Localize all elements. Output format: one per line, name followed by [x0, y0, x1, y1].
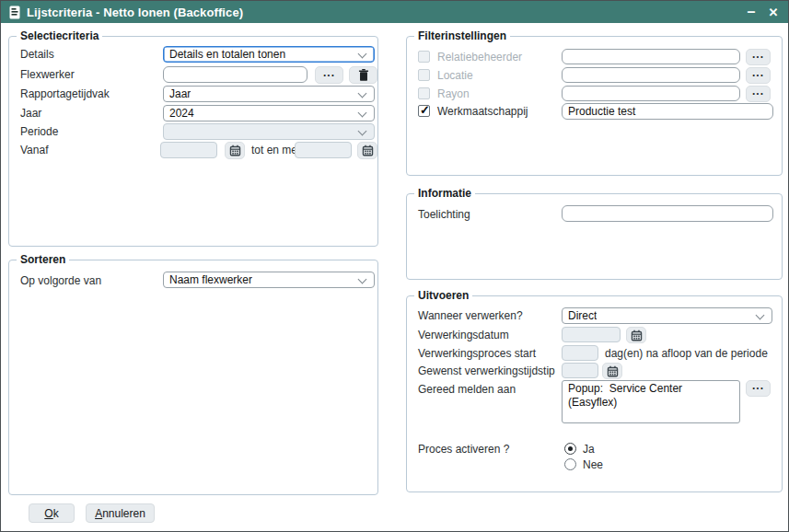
locatie-browse-button[interactable]: ...	[746, 67, 771, 84]
verwerkingsproces-start-suffix: dag(en) na afloop van de periode	[605, 345, 768, 362]
sorteren-group: Sorteren Op volgorde van Naam flexwerker	[8, 260, 378, 495]
trash-icon	[358, 69, 369, 81]
op-volgorde-van-select[interactable]: Naam flexwerker	[163, 272, 375, 288]
werkmaatschappij-checkbox[interactable]	[418, 105, 430, 117]
relatiebeheerder-input	[562, 49, 740, 64]
gewenst-verwerkingstijdstip-label: Gewenst verwerkingstijdstip	[418, 363, 555, 379]
verwerkingsdatum-label: Verwerkingsdatum	[418, 327, 509, 343]
document-icon	[9, 6, 20, 19]
flexwerker-browse-button[interactable]: ...	[315, 66, 343, 84]
proces-activeren-ja-label[interactable]: Ja	[583, 441, 595, 457]
details-select[interactable]: Details en totalen tonen	[163, 46, 375, 63]
gereed-melden-aan-browse-button[interactable]: ...	[746, 380, 771, 397]
dialog-window: Lijstcriteria - Netto lonen (Backoffice)…	[0, 0, 789, 532]
locatie-checkbox	[418, 69, 430, 81]
rayon-checkbox	[418, 87, 430, 99]
vanaf-from-input	[160, 142, 217, 158]
toelichting-input[interactable]	[562, 205, 773, 222]
annuleren-button-label: Annuleren	[95, 507, 145, 520]
gereed-melden-aan-box[interactable]: Popup: Service Center (Easyflex)	[562, 380, 740, 423]
jaar-label: Jaar	[20, 105, 41, 121]
flexwerker-label: Flexwerker	[20, 66, 75, 83]
rayon-browse-button[interactable]: ...	[746, 86, 771, 102]
flexwerker-clear-button[interactable]	[349, 66, 377, 84]
tot-en-met-label: tot en met	[251, 142, 300, 158]
calendar-icon	[362, 145, 374, 156]
verwerkingsdatum-calendar-button[interactable]	[626, 327, 646, 343]
informatie-group: Informatie Toelichting	[406, 193, 783, 280]
wanneer-verwerken-select[interactable]: Direct	[562, 307, 772, 324]
werkmaatschappij-label: Werkmaatschappij	[437, 103, 528, 120]
minimize-icon[interactable]: –	[740, 1, 762, 23]
verwerkingsproces-start-input	[562, 345, 598, 361]
op-volgorde-van-value: Naam flexwerker	[169, 273, 252, 286]
ellipsis-icon: ...	[752, 48, 764, 61]
proces-activeren-nee-label[interactable]: Nee	[583, 457, 603, 473]
ok-button[interactable]: Ok	[29, 503, 75, 523]
details-label: Details	[20, 46, 54, 63]
werkmaatschappij-input[interactable]	[562, 103, 773, 120]
uitvoeren-group: Uitvoeren Wanneer verwerken? Direct Verw…	[406, 295, 783, 492]
informatie-legend: Informatie	[414, 186, 475, 202]
uitvoeren-legend: Uitvoeren	[414, 288, 472, 304]
sorteren-legend: Sorteren	[17, 252, 69, 268]
ok-button-label: Ok	[44, 507, 58, 520]
proces-activeren-label: Proces activeren ?	[418, 441, 509, 457]
locatie-input	[562, 67, 740, 83]
verwerkingsdatum-input	[562, 327, 621, 342]
jaar-select[interactable]: 2024	[163, 105, 375, 121]
gewenst-verwerkingstijdstip-input	[562, 363, 598, 378]
relatiebeheerder-browse-button[interactable]: ...	[746, 49, 771, 65]
gewenst-verwerkingstijdstip-calendar-button[interactable]	[602, 363, 622, 379]
toelichting-label: Toelichting	[418, 206, 470, 223]
vanaf-from-calendar-button[interactable]	[225, 142, 245, 159]
annuleren-button[interactable]: Annuleren	[86, 503, 155, 523]
ellipsis-icon: ...	[752, 379, 764, 392]
filterinstellingen-group: Filterinstellingen Relatiebeheerder ... …	[406, 36, 783, 176]
periode-label: Periode	[20, 123, 58, 140]
wanneer-verwerken-value: Direct	[568, 309, 597, 322]
rapportagetijdvak-value: Jaar	[169, 87, 191, 100]
vanaf-label: Vanaf	[20, 142, 48, 158]
relatiebeheerder-checkbox	[418, 51, 430, 63]
locatie-label: Locatie	[437, 67, 473, 84]
rapportagetijdvak-label: Rapportagetijdvak	[20, 86, 110, 102]
wanneer-verwerken-label: Wanneer verwerken?	[418, 307, 523, 324]
calendar-icon	[607, 365, 619, 377]
op-volgorde-van-label: Op volgorde van	[20, 272, 101, 289]
close-icon[interactable]: ✕	[762, 1, 784, 23]
proces-activeren-nee-radio[interactable]	[564, 458, 576, 470]
rapportagetijdvak-select[interactable]: Jaar	[163, 86, 375, 102]
ellipsis-icon: ...	[752, 66, 764, 79]
ellipsis-icon: ...	[752, 85, 764, 98]
calendar-icon	[229, 145, 241, 156]
selectiecriteria-legend: Selectiecriteria	[17, 29, 102, 44]
jaar-value: 2024	[169, 107, 194, 120]
ellipsis-icon: ...	[323, 66, 335, 79]
gereed-melden-aan-label: Gereed melden aan	[418, 381, 516, 398]
rayon-label: Rayon	[437, 86, 470, 102]
vanaf-to-calendar-button[interactable]	[357, 142, 377, 159]
relatiebeheerder-label: Relatiebeheerder	[437, 49, 522, 65]
titlebar: Lijstcriteria - Netto lonen (Backoffice)…	[1, 1, 788, 23]
details-value: Details en totalen tonen	[169, 48, 285, 61]
periode-select	[163, 123, 375, 140]
filterinstellingen-legend: Filterinstellingen	[414, 29, 510, 44]
selectiecriteria-group: Selectiecriteria Details Details en tota…	[8, 36, 378, 247]
rayon-input	[562, 86, 740, 101]
flexwerker-input[interactable]	[163, 66, 307, 83]
vanaf-to-input	[295, 142, 352, 158]
window-title: Lijstcriteria - Netto lonen (Backoffice)	[27, 6, 243, 19]
calendar-icon	[631, 330, 643, 341]
proces-activeren-ja-radio[interactable]	[564, 443, 576, 455]
verwerkingsproces-start-label: Verwerkingsproces start	[418, 345, 536, 362]
